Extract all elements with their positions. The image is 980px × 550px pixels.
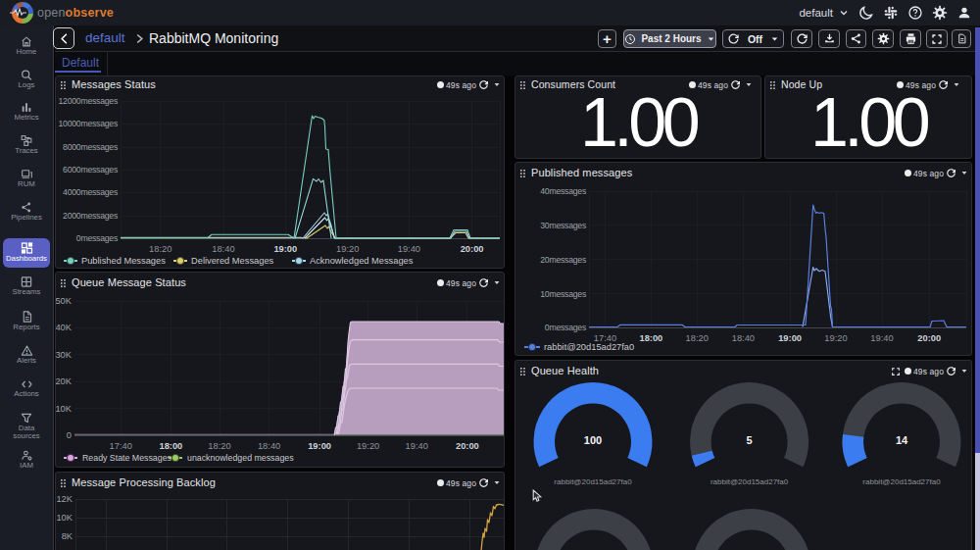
svg-text:18:40: 18:40 — [212, 244, 234, 254]
svg-text:Ready State Messages: Ready State Messages — [82, 453, 172, 463]
svg-text:18:40: 18:40 — [258, 441, 280, 451]
svg-text:12K: 12K — [56, 494, 73, 504]
svg-text:30K: 30K — [56, 350, 73, 360]
svg-text:20:00: 20:00 — [461, 244, 484, 254]
svg-text:Acknowledged Messages: Acknowledged Messages — [310, 256, 414, 266]
svg-text:40messages: 40messages — [540, 186, 587, 196]
svg-text:10K: 10K — [56, 404, 73, 414]
svg-text:19:20: 19:20 — [336, 244, 359, 254]
svg-text:4000messages: 4000messages — [63, 187, 119, 197]
svg-text:18:20: 18:20 — [208, 441, 230, 451]
svg-text:Delivered Messages: Delivered Messages — [191, 256, 274, 266]
svg-text:20:00: 20:00 — [917, 333, 941, 343]
svg-text:18:00: 18:00 — [640, 333, 663, 343]
svg-text:40K: 40K — [56, 323, 73, 332]
svg-text:10K: 10K — [56, 513, 73, 523]
svg-text:10000messages: 10000messages — [58, 119, 118, 128]
svg-text:20messages: 20messages — [540, 255, 587, 265]
svg-text:100: 100 — [584, 434, 602, 446]
svg-text:10messages: 10messages — [540, 289, 587, 299]
svg-text:19:20: 19:20 — [357, 441, 379, 451]
svg-text:18:00: 18:00 — [160, 441, 183, 451]
svg-text:0messages: 0messages — [76, 233, 119, 243]
svg-text:30messages: 30messages — [540, 221, 587, 230]
svg-text:14: 14 — [896, 434, 908, 446]
svg-text:5: 5 — [747, 434, 753, 446]
svg-text:12000messages: 12000messages — [58, 96, 118, 106]
svg-text:0: 0 — [67, 430, 72, 440]
svg-text:6000messages: 6000messages — [63, 165, 119, 175]
svg-text:8000messages: 8000messages — [63, 142, 119, 152]
svg-text:50K: 50K — [56, 296, 73, 306]
svg-text:19:20: 19:20 — [824, 333, 847, 343]
svg-text:rabbit@20d15ad27fa0: rabbit@20d15ad27fa0 — [862, 477, 941, 486]
svg-text:unacknowledged messages: unacknowledged messages — [187, 453, 294, 463]
svg-text:19:00: 19:00 — [778, 333, 802, 343]
svg-text:19:00: 19:00 — [308, 441, 331, 451]
svg-text:Published Messages: Published Messages — [81, 256, 166, 266]
svg-text:19:40: 19:40 — [398, 244, 420, 254]
svg-text:19:40: 19:40 — [406, 441, 428, 451]
svg-text:18:40: 18:40 — [732, 333, 755, 343]
svg-text:20:00: 20:00 — [456, 441, 479, 451]
svg-text:20K: 20K — [56, 376, 73, 386]
svg-text:rabbit@20d15ad27fa0: rabbit@20d15ad27fa0 — [554, 477, 632, 486]
svg-text:19:40: 19:40 — [870, 333, 893, 343]
svg-text:rabbit@20d15ad27fa0: rabbit@20d15ad27fa0 — [544, 342, 634, 352]
svg-text:2000messages: 2000messages — [63, 211, 119, 221]
svg-text:17:40: 17:40 — [110, 441, 132, 451]
svg-text:0messages: 0messages — [545, 323, 587, 332]
svg-text:18:20: 18:20 — [149, 244, 172, 254]
svg-text:8K: 8K — [62, 531, 74, 541]
svg-text:rabbit@20d15ad27fa0: rabbit@20d15ad27fa0 — [710, 477, 789, 486]
svg-text:18:20: 18:20 — [686, 333, 709, 343]
svg-text:19:00: 19:00 — [273, 244, 297, 254]
